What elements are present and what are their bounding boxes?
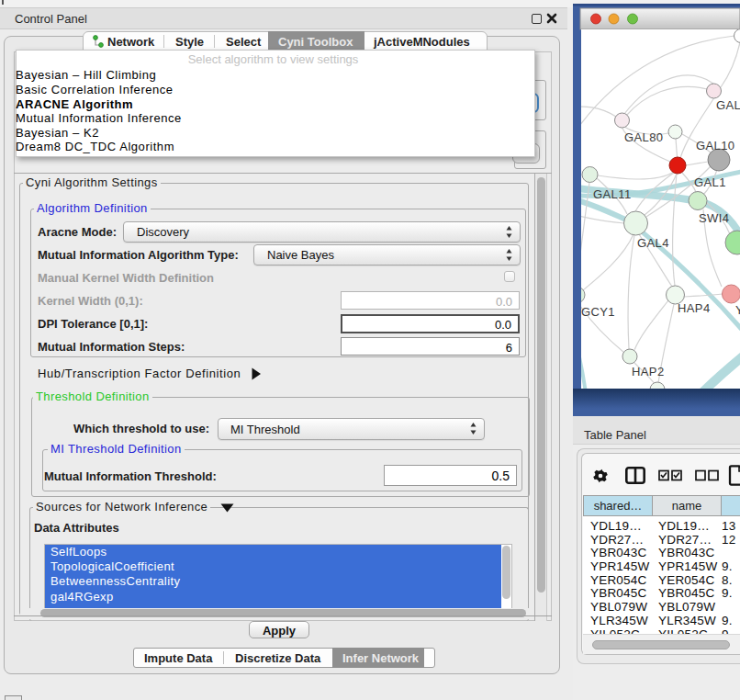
svg-text:GCY1: GCY1	[581, 305, 615, 319]
svg-text:GAL4: GAL4	[637, 236, 669, 250]
svg-text:GAL: GAL	[716, 98, 740, 112]
svg-text:GAL10: GAL10	[696, 139, 734, 152]
svg-text:GAL11: GAL11	[593, 187, 632, 201]
svg-text:GAL80: GAL80	[624, 130, 663, 144]
svg-text:HAP2: HAP2	[632, 365, 665, 378]
svg-text:HAP4: HAP4	[678, 301, 711, 315]
svg-text:Y: Y	[735, 303, 740, 317]
svg-text:GAL1: GAL1	[694, 175, 726, 189]
svg-text:SWI4: SWI4	[699, 211, 729, 225]
